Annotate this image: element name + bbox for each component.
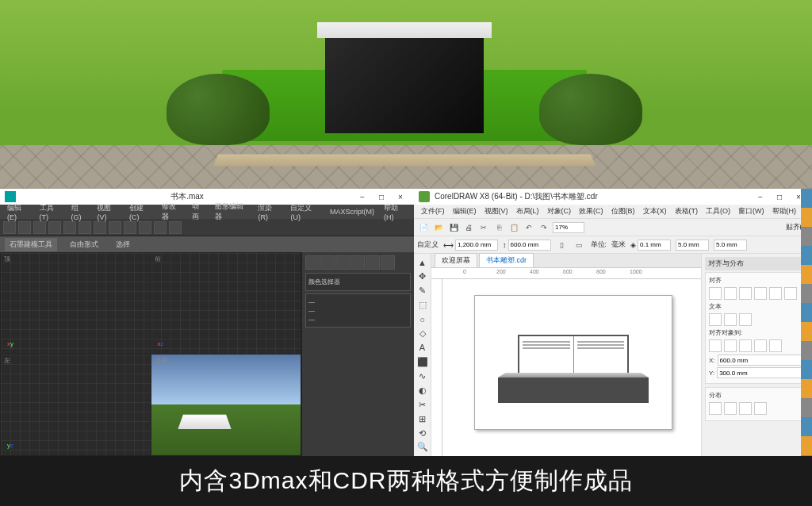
- ellipse-tool-icon[interactable]: ○: [416, 313, 430, 326]
- max-menu-edit[interactable]: 编辑(E): [3, 202, 34, 222]
- panel-tab-motion[interactable]: [350, 255, 365, 270]
- cdr-menu-file[interactable]: 文件(F): [417, 205, 449, 217]
- max-tool-select[interactable]: [48, 221, 61, 234]
- minimize-button[interactable]: −: [752, 190, 769, 203]
- ribbon-graphite[interactable]: 石墨建模工具: [5, 238, 57, 251]
- cdr-menu-help[interactable]: 帮助(H): [768, 205, 801, 217]
- align-to-grid-icon[interactable]: [754, 339, 767, 352]
- viewport-front[interactable]: 前 xz: [151, 253, 301, 354]
- minimize-button[interactable]: −: [354, 190, 371, 203]
- maximize-button[interactable]: □: [771, 190, 788, 203]
- zoom-field[interactable]: [553, 222, 584, 233]
- ribbon-select[interactable]: 选择: [111, 238, 135, 251]
- rectangle-tool-icon[interactable]: ⬚: [416, 299, 430, 312]
- save-icon[interactable]: 💾: [447, 221, 460, 234]
- max-tool-snap[interactable]: [109, 221, 121, 234]
- align-left-icon[interactable]: [709, 287, 722, 300]
- max-menu-tools[interactable]: 工具(T): [36, 202, 66, 222]
- cdr-menu-text[interactable]: 文本(X): [639, 205, 671, 217]
- dist-left-icon[interactable]: [709, 402, 722, 415]
- undo-icon[interactable]: ↶: [523, 221, 535, 234]
- portrait-icon[interactable]: ▯: [556, 239, 569, 251]
- tab-welcome[interactable]: 欢迎屏幕: [435, 253, 477, 267]
- fill-tool-icon[interactable]: ⬛: [416, 355, 430, 368]
- align-middle-icon[interactable]: [769, 287, 782, 300]
- cdr-menu-layout[interactable]: 布局(L): [512, 205, 543, 217]
- cdr-color-palette[interactable]: [801, 189, 812, 456]
- dist-right-icon[interactable]: [754, 402, 767, 415]
- redo-icon[interactable]: ↷: [538, 221, 550, 234]
- max-tool-move[interactable]: [63, 221, 76, 234]
- ribbon-freeform[interactable]: 自由形式: [65, 238, 103, 251]
- crop-tool-icon[interactable]: ✎: [416, 285, 430, 297]
- zoom-tool-icon[interactable]: 🔍: [416, 441, 430, 454]
- cdr-menu-tools[interactable]: 工具(O): [702, 205, 734, 217]
- align-y-field[interactable]: [717, 367, 805, 378]
- align-right-icon[interactable]: [739, 287, 752, 300]
- max-menu-render[interactable]: 渲染(R): [254, 202, 285, 222]
- max-menu-modifiers[interactable]: 修改器: [158, 201, 186, 223]
- max-tool-rotate[interactable]: [79, 221, 91, 234]
- max-menu-create[interactable]: 创建(C): [125, 202, 156, 222]
- max-menu-animation[interactable]: 动画: [188, 201, 209, 223]
- align-center-icon[interactable]: [724, 287, 737, 300]
- page-width-field[interactable]: [455, 240, 498, 251]
- panel-tab-create[interactable]: [305, 255, 320, 270]
- align-to-point-icon[interactable]: [769, 339, 782, 352]
- max-tool-redo[interactable]: [18, 221, 31, 234]
- eyedropper-tool-icon[interactable]: ✂: [416, 398, 430, 411]
- blend-tool-icon[interactable]: ◐: [416, 384, 430, 397]
- max-menu-graph[interactable]: 图形编辑器: [211, 201, 253, 223]
- shape-tool-icon[interactable]: ✥: [416, 270, 430, 283]
- text-tool-icon[interactable]: A: [416, 342, 430, 355]
- max-tool-render[interactable]: [169, 221, 182, 234]
- cdr-menu-window[interactable]: 窗口(W): [734, 205, 768, 217]
- max-tool-scale[interactable]: [94, 221, 106, 234]
- page-height-field[interactable]: [508, 240, 551, 251]
- max-tool-align[interactable]: [139, 221, 151, 234]
- new-icon[interactable]: 📄: [417, 221, 430, 234]
- panel-tab-hierarchy[interactable]: [335, 255, 350, 270]
- cdr-menu-edit[interactable]: 编辑(E): [449, 205, 481, 217]
- max-tool-mirror[interactable]: [124, 221, 136, 234]
- cut-icon[interactable]: ✂: [477, 221, 490, 234]
- align-bottom-icon[interactable]: [784, 287, 797, 300]
- cdr-menu-view[interactable]: 视图(V): [481, 205, 512, 217]
- units-select[interactable]: 毫米: [611, 240, 626, 250]
- viewport-left[interactable]: 左 yz: [1, 355, 151, 455]
- max-menu-view[interactable]: 视图(V): [93, 202, 124, 222]
- viewport-top[interactable]: 顶 xy: [1, 253, 151, 354]
- max-tool-link[interactable]: [33, 221, 46, 234]
- align-top-icon[interactable]: [754, 287, 767, 300]
- max-tool-undo[interactable]: [3, 221, 16, 234]
- max-menu-group[interactable]: 组(G): [67, 202, 92, 222]
- tab-document[interactable]: 书本雕塑.cdr: [479, 253, 534, 267]
- cdr-menu-effects[interactable]: 效果(C): [575, 205, 607, 217]
- max-menu-help[interactable]: 帮助(H): [380, 202, 411, 222]
- polygon-tool-icon[interactable]: ◇: [416, 328, 430, 340]
- viewport-perspective[interactable]: 透视: [151, 355, 301, 455]
- landscape-icon[interactable]: ▭: [573, 239, 586, 251]
- open-icon[interactable]: 📂: [432, 221, 445, 234]
- dup-x-field[interactable]: [676, 240, 709, 251]
- text-align-icon[interactable]: [709, 313, 722, 326]
- page-preset[interactable]: 自定义: [417, 240, 439, 250]
- dup-y-field[interactable]: [714, 240, 747, 251]
- align-to-center-icon[interactable]: [739, 339, 752, 352]
- cdr-menu-bitmap[interactable]: 位图(B): [607, 205, 639, 217]
- align-to-page-icon[interactable]: [709, 339, 722, 352]
- dist-center-icon[interactable]: [724, 402, 737, 415]
- max-menu-maxscript[interactable]: MAXScript(M): [326, 207, 378, 217]
- dist-spacing-icon[interactable]: [739, 402, 752, 415]
- cdr-canvas[interactable]: [442, 279, 701, 456]
- freehand-tool-icon[interactable]: ∿: [416, 370, 430, 382]
- nudge-field[interactable]: [638, 240, 671, 251]
- print-icon[interactable]: 🖨: [462, 221, 475, 234]
- copy-icon[interactable]: ⎘: [492, 221, 505, 234]
- max-menu-custom[interactable]: 自定义(U): [286, 202, 324, 222]
- text-baseline-icon[interactable]: [724, 313, 737, 326]
- panel-tab-utilities[interactable]: [381, 255, 395, 270]
- pick-tool-icon[interactable]: ▲: [416, 256, 430, 269]
- table-tool-icon[interactable]: ⊞: [416, 412, 430, 425]
- cdr-menu-object[interactable]: 对象(C): [543, 205, 576, 217]
